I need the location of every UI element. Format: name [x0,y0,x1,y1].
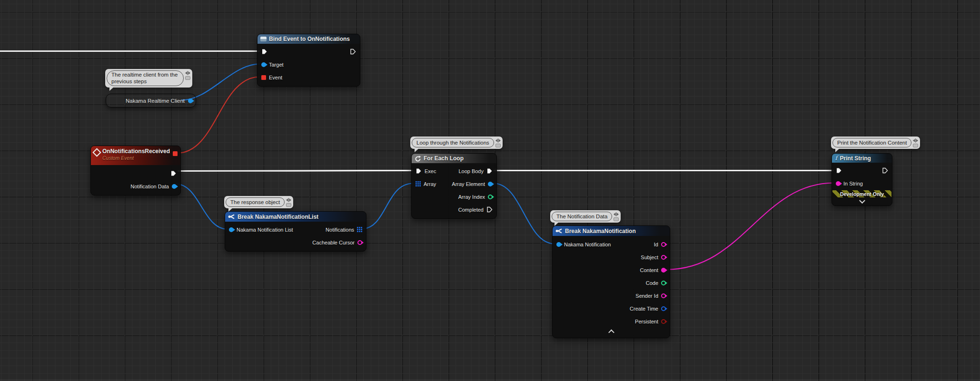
node-bind-event[interactable]: Bind Event to OnNotifications Target [257,34,360,87]
nakama-notification-input-pin[interactable]: Nakama Notification [556,242,611,247]
pin-row-create-time: Create Time [553,302,670,315]
bubble-pin-icon[interactable] [614,212,619,216]
exec-in-pin[interactable]: Exec [416,168,436,174]
string-pin-icon [661,293,666,298]
bubble-comment-icon[interactable] [913,144,918,147]
pin-label: Array Index [458,194,485,200]
notifications-output-pin[interactable]: Notifications [326,227,362,233]
pin-label: Nakama Notification List [237,227,293,233]
pin-label: Persistent [635,319,658,324]
print-string-header[interactable]: f Print String [832,154,892,163]
pin-row-input-id: Nakama Notification Id [553,238,670,251]
exec-in-pin[interactable] [836,167,842,174]
node-break-nakama-notification-list[interactable]: Break NakamaNotificationList Nakama Noti… [225,211,366,252]
cacheable-cursor-pin[interactable]: Cacheable Cursor [312,240,362,245]
int-pin-icon [661,281,666,285]
bubble-pin-icon[interactable] [913,138,918,143]
comment-text: The Notification Data [552,212,612,221]
bubble-comment-icon[interactable] [286,203,291,207]
completed-pin[interactable]: Completed [458,206,493,213]
exec-out-pin[interactable] [170,170,177,176]
bubble-pin-icon[interactable] [495,138,501,143]
event-pin[interactable]: Event [261,75,282,80]
node-on-notifications-received[interactable]: OnNotificationsReceived Custom Event Not… [90,146,181,195]
node-print-string[interactable]: f Print String In String Development Onl… [832,153,892,206]
object-pin-icon [261,62,266,67]
pin-row-content: Content [553,264,670,276]
bubble-pin-icon[interactable] [286,198,291,202]
exec-out-pin[interactable] [882,167,888,174]
variable-name: Nakama Realtime Client [126,98,185,104]
bool-pin-icon [661,319,666,324]
custom-event-icon [92,148,101,156]
bind-event-header[interactable]: Bind Event to OnNotifications [257,34,360,44]
pin-in-string-row: In String [832,177,892,190]
in-string-pin[interactable]: In String [836,181,863,186]
pin-notification-data-row: Notification Data [91,180,180,193]
node-title: For Each Loop [424,155,464,162]
break-notification-header[interactable]: Break NakamaNotification [553,226,670,236]
exec-in-pin[interactable] [261,49,267,55]
subject-pin[interactable]: Subject [641,254,666,260]
pin-label: Nakama Notification [564,242,611,247]
comment-bubble-notification-data[interactable]: The Notification Data [550,210,621,223]
code-pin[interactable]: Code [646,280,666,286]
node-title: Break NakamaNotificationList [238,214,318,220]
node-for-each-loop[interactable]: For Each Loop Exec Loop Body Array [411,153,497,219]
pin-label: Subject [641,254,658,260]
pin-row-1: Nakama Notification List Notifications [225,223,366,236]
array-pin-icon [416,181,421,186]
bubble-controls [185,70,190,86]
expand-pins-button[interactable] [832,198,892,205]
collapse-pins-button[interactable] [553,328,670,335]
comment-text: The realtime client from the previous st… [107,70,184,86]
pin-label: Loop Body [458,168,484,174]
client-output-pin[interactable] [188,98,193,103]
exec-row [832,164,892,177]
canvas-bottom-edge [0,379,980,381]
bubble-pin-icon[interactable] [185,71,190,75]
comment-bubble-response-object[interactable]: The response object [224,196,293,208]
pin-row-2: Cacheable Cursor [225,236,366,249]
wire-event-exec-to-foreach [178,171,413,171]
notification-list-input-pin[interactable]: Nakama Notification List [229,227,293,233]
blueprint-graph-canvas[interactable]: Bind Event to OnNotifications Target [0,0,980,381]
object-pin-icon [229,227,234,232]
chevron-down-icon [859,197,865,204]
comment-bubble-realtime-client[interactable]: The realtime client from the previous st… [105,69,192,88]
custom-event-header[interactable]: OnNotificationsReceived Custom Event [91,146,180,165]
comment-text: Print the Notification Content [832,138,911,147]
loop-body-pin[interactable]: Loop Body [458,168,493,174]
string-pin-icon [661,268,666,273]
sender-id-pin[interactable]: Sender Id [635,293,666,299]
loop-icon [415,156,421,162]
pin-label: Array Element [452,181,485,187]
array-index-pin[interactable]: Array Index [458,194,493,200]
foreach-header[interactable]: For Each Loop [412,154,496,163]
exec-out-pin[interactable] [350,49,356,55]
create-time-pin[interactable]: Create Time [630,306,666,312]
target-pin[interactable]: Target [261,62,284,68]
chevron-up-icon [608,329,614,335]
persistent-pin[interactable]: Persistent [635,319,666,324]
array-element-pin[interactable]: Array Element [452,181,493,187]
notification-data-pin[interactable]: Notification Data [130,184,177,189]
node-nakama-realtime-client[interactable]: Nakama Realtime Client [106,94,196,107]
pin-label: Notifications [326,227,354,233]
node-break-nakama-notification[interactable]: Break NakamaNotification Nakama Notifica… [552,225,670,338]
break-list-header[interactable]: Break NakamaNotificationList [225,212,366,222]
pin-label: Completed [458,207,484,213]
delegate-bind-icon [260,37,267,41]
array-input-pin[interactable]: Array [416,181,436,187]
comment-bubble-loop[interactable]: Loop through the Notifications [410,137,503,149]
exec-row [91,167,180,180]
delegate-output-pin[interactable] [173,151,178,156]
bubble-comment-icon[interactable] [614,217,619,221]
array-pin-icon [357,227,362,232]
bubble-comment-icon[interactable] [185,76,190,80]
comment-bubble-print-content[interactable]: Print the Notification Content [831,137,920,149]
content-pin[interactable]: Content [640,267,666,273]
bubble-comment-icon[interactable] [495,144,501,147]
string-pin-icon [661,255,666,260]
id-pin[interactable]: Id [654,242,666,247]
